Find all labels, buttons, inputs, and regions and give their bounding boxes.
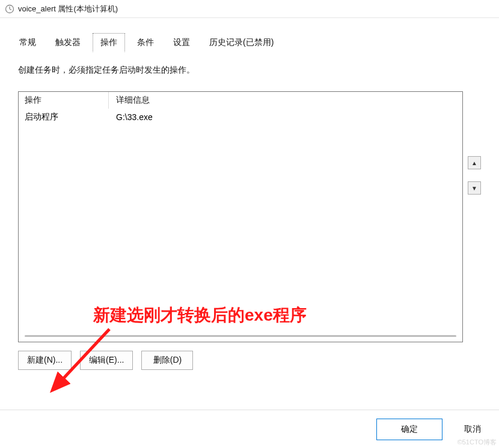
reorder-buttons: ▲ ▼ xyxy=(468,156,481,195)
clock-icon xyxy=(5,4,14,14)
actions-list[interactable]: 操作 详细信息 启动程序 G:\33.exe xyxy=(18,91,463,342)
column-header-detail[interactable]: 详细信息 xyxy=(109,92,462,109)
cell-detail: G:\33.exe xyxy=(109,109,462,126)
tab-settings[interactable]: 设置 xyxy=(166,34,197,52)
column-header-action[interactable]: 操作 xyxy=(19,92,109,109)
tab-strip: 常规 触发器 操作 条件 设置 历史记录(已禁用) xyxy=(0,18,499,52)
tab-actions[interactable]: 操作 xyxy=(93,33,125,52)
tab-history[interactable]: 历史记录(已禁用) xyxy=(202,34,281,52)
client-area: 常规 触发器 操作 条件 设置 历史记录(已禁用) 创建任务时，必须指定任务启动… xyxy=(0,18,499,448)
triangle-up-icon: ▲ xyxy=(471,160,477,166)
title-bar: voice_alert 属性(本地计算机) xyxy=(0,0,499,18)
action-buttons-row: 新建(N)... 编辑(E)... 删除(D) xyxy=(0,342,499,370)
triangle-down-icon: ▼ xyxy=(471,185,477,192)
cancel-button[interactable]: 取消 xyxy=(455,419,491,440)
delete-button[interactable]: 删除(D) xyxy=(141,351,193,370)
panel-instruction: 创建任务时，必须指定任务启动时发生的操作。 xyxy=(18,65,486,76)
new-button[interactable]: 新建(N)... xyxy=(18,351,72,370)
tab-conditions[interactable]: 条件 xyxy=(130,34,161,52)
properties-dialog: voice_alert 属性(本地计算机) 常规 触发器 操作 条件 设置 历史… xyxy=(0,0,499,448)
list-row[interactable]: 启动程序 G:\33.exe xyxy=(19,109,462,126)
tab-triggers[interactable]: 触发器 xyxy=(48,34,88,52)
move-down-button[interactable]: ▼ xyxy=(468,181,481,195)
dialog-footer: 确定 取消 xyxy=(0,410,499,448)
cell-action: 启动程序 xyxy=(19,109,109,126)
actions-panel: 创建任务时，必须指定任务启动时发生的操作。 操作 详细信息 启动程序 G:\33… xyxy=(0,52,499,342)
list-header: 操作 详细信息 xyxy=(19,92,462,109)
svg-line-2 xyxy=(10,9,11,10)
move-up-button[interactable]: ▲ xyxy=(468,156,481,169)
horizontal-scrollbar[interactable] xyxy=(25,335,456,337)
ok-button[interactable]: 确定 xyxy=(376,419,442,440)
edit-button[interactable]: 编辑(E)... xyxy=(80,351,133,370)
tab-general[interactable]: 常规 xyxy=(12,34,43,52)
window-title: voice_alert 属性(本地计算机) xyxy=(18,4,118,14)
